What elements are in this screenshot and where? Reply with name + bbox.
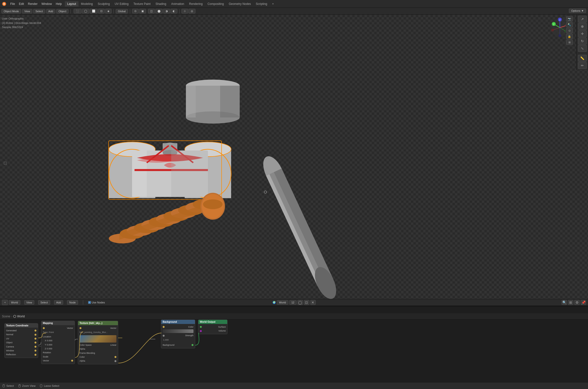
node-grid-btn[interactable]: ⊞ [568, 300, 573, 305]
viewport-icon-4[interactable]: ⊡ [98, 9, 105, 13]
socket-normal[interactable] [34, 334, 36, 336]
tab-add-new[interactable]: + [270, 1, 276, 7]
breadcrumb-world[interactable]: World [17, 315, 25, 318]
node-background[interactable]: Background Color Strength 1.000 Backgrou… [161, 320, 195, 348]
global-btn[interactable]: Global [116, 9, 128, 13]
object-btn[interactable]: Object [56, 9, 68, 13]
use-nodes-toggle[interactable]: ✓ Use Nodes [88, 301, 105, 304]
render-icon[interactable]: 🔦 [566, 22, 573, 27]
world-copy-btn[interactable]: ⊡ [304, 300, 309, 305]
view-btn[interactable]: View [22, 9, 32, 13]
socket-reflection[interactable] [34, 354, 36, 356]
tab-layout[interactable]: Layout [65, 1, 78, 7]
socket-bg-out[interactable] [192, 344, 194, 346]
node-add-btn[interactable]: Add [54, 300, 63, 305]
tab-texture-paint[interactable]: Texture Paint [131, 1, 153, 7]
node-texture-coord[interactable]: Texture Coordinate Generated Normal UV O… [4, 323, 38, 358]
world-render-btn[interactable]: ◯ [297, 300, 303, 305]
socket-object[interactable] [34, 342, 36, 344]
tab-animation[interactable]: Animation [169, 1, 187, 7]
node-mapping[interactable]: Mapping Vector Type: Point Location X 0.… [41, 321, 75, 364]
node-view-btn[interactable]: View [24, 300, 34, 305]
node-canvas[interactable]: Texture Coordinate Generated Normal UV O… [0, 320, 588, 389]
node-background-header: Background [161, 320, 195, 324]
socket-generated[interactable] [34, 330, 36, 331]
node-zoom-btn[interactable]: 🔍 [562, 300, 567, 305]
node-editor-type-icon[interactable] [2, 300, 8, 305]
breadcrumb-scene[interactable]: Scene [2, 315, 10, 318]
tab-geometry-nodes[interactable]: Geometry Nodes [226, 1, 253, 7]
tab-scripting[interactable]: Scripting [253, 1, 270, 7]
snap-btn[interactable]: ⊹ [182, 9, 188, 13]
add-btn[interactable]: Add [46, 9, 56, 13]
3d-viewport[interactable]: User Orthographic (4) Rohre | Drei-Wege-… [0, 15, 588, 306]
camera-icon[interactable]: 📷 [566, 16, 573, 22]
blender-logo[interactable]: B [0, 1, 8, 7]
socket-window[interactable] [34, 350, 36, 352]
tab-modeling[interactable]: Modeling [78, 1, 95, 7]
xray-icon[interactable]: ▣ [139, 9, 146, 13]
socket-uv[interactable] [34, 338, 36, 340]
shading-solid[interactable]: ⬤ [155, 9, 163, 13]
tool-annotate[interactable]: ✏ [578, 62, 587, 69]
tool-cursor[interactable]: ⊕ [578, 23, 587, 30]
shading-render[interactable]: ◐ [170, 9, 177, 13]
select-btn[interactable]: Select [33, 9, 45, 13]
socket-bg-in-color[interactable] [163, 326, 164, 328]
tab-compositing[interactable]: Compositing [205, 1, 226, 7]
tool-rotate[interactable]: ↻ [578, 38, 587, 44]
tool-measure[interactable]: 📏 [578, 55, 587, 62]
socket-tex-out-alpha[interactable] [114, 360, 116, 362]
tool-move[interactable]: ✛ [578, 30, 587, 37]
tool-scale[interactable]: ⤡ [578, 45, 587, 52]
tool-select[interactable]: ↗ [578, 16, 587, 23]
overlay-icon[interactable]: ⊙ [132, 9, 139, 13]
node-settings-btn[interactable]: ⚙ [574, 300, 580, 305]
status-select: Select [2, 384, 14, 388]
node-node-btn[interactable]: Node [67, 300, 78, 305]
world-delete-btn[interactable]: ✕ [310, 300, 316, 305]
viewport-icon-1[interactable]: ⬛ [74, 9, 81, 13]
overlay-toggle[interactable]: ⊙ [566, 28, 573, 33]
viewport-icon-2[interactable]: ◯ [82, 9, 89, 13]
viewport-icon-3[interactable]: ⬜ [90, 9, 98, 13]
viewport-lock[interactable]: 🔒 [566, 34, 573, 39]
tab-uv-editing[interactable]: UV Editing [112, 1, 131, 7]
object-mode-btn[interactable]: Object Mode [1, 9, 21, 13]
shading-material[interactable]: ◑ [163, 9, 170, 13]
tab-rendering[interactable]: Rendering [187, 1, 205, 7]
node-world-output[interactable]: World Output Surface Volume [198, 320, 228, 334]
options-btn[interactable]: Options ▼ [569, 8, 586, 13]
node-image-texture[interactable]: Texture (hdri_sky...) Vector hdri_pointi… [78, 321, 118, 364]
menu-edit[interactable]: Edit [17, 1, 26, 7]
socket-out-volume[interactable] [200, 330, 202, 332]
menu-render[interactable]: Render [26, 1, 39, 7]
tab-shading[interactable]: Shading [153, 1, 169, 7]
menu-file[interactable]: File [8, 1, 17, 7]
sample-count[interactable]: 12 [289, 300, 296, 305]
socket-out-surface[interactable] [200, 326, 202, 328]
use-nodes-checkbox[interactable]: ✓ [88, 301, 91, 304]
viewport-icon-5[interactable]: ◈ [105, 9, 112, 13]
world-name-btn[interactable]: World [277, 300, 288, 305]
socket-tex-out-color[interactable] [114, 356, 116, 358]
node-pin-btn[interactable]: 📌 [581, 300, 586, 305]
grid-icon[interactable]: ⊞ [566, 40, 573, 45]
world-icon[interactable]: 🌍 [272, 301, 276, 304]
tab-sculpting[interactable]: Sculpting [95, 1, 112, 7]
socket-tex-in-vec[interactable] [79, 327, 81, 329]
bottom-bar: World View Select Add Node ✓ Use Nodes 🌍… [0, 299, 588, 306]
proportional-btn[interactable]: ◎ [189, 9, 196, 13]
layout-tabs: Layout Modeling Sculpting UV Editing Tex… [65, 1, 276, 7]
socket-bg-in-strength[interactable] [163, 335, 164, 337]
socket-camera[interactable] [34, 346, 36, 348]
right-tool-panel: ↗ ⊕ ✛ ↻ ⤡ 📏 ✏ [576, 15, 588, 70]
menu-help[interactable]: Help [54, 1, 64, 7]
socket-mapping-in-vec[interactable] [43, 327, 45, 329]
menu-window[interactable]: Window [39, 1, 54, 7]
socket-mapping-out-vec[interactable] [71, 360, 73, 362]
node-mapping-header: Mapping [41, 321, 75, 325]
shading-wire[interactable]: ◫ [148, 9, 155, 13]
world-dropdown[interactable]: World [9, 300, 20, 305]
node-select-btn[interactable]: Select [38, 300, 50, 305]
